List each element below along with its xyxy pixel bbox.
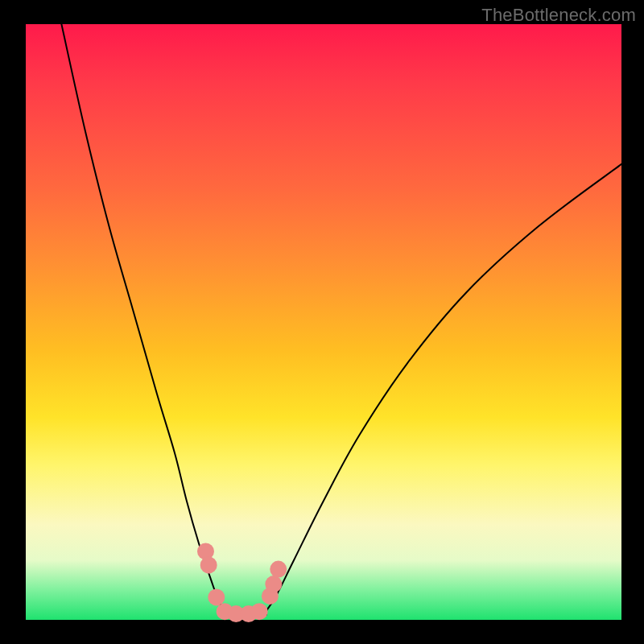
highlight-bead bbox=[200, 556, 217, 573]
highlight-bead bbox=[265, 576, 282, 592]
watermark-text: TheBottleneck.com bbox=[481, 5, 636, 26]
highlight-bead bbox=[208, 588, 225, 605]
plot-area bbox=[26, 24, 621, 620]
outer-frame: TheBottleneck.com bbox=[0, 0, 644, 644]
highlight-bead bbox=[270, 561, 287, 578]
curve-layer bbox=[26, 24, 621, 620]
bottleneck-curve bbox=[61, 24, 621, 615]
highlight-bead bbox=[251, 603, 268, 620]
